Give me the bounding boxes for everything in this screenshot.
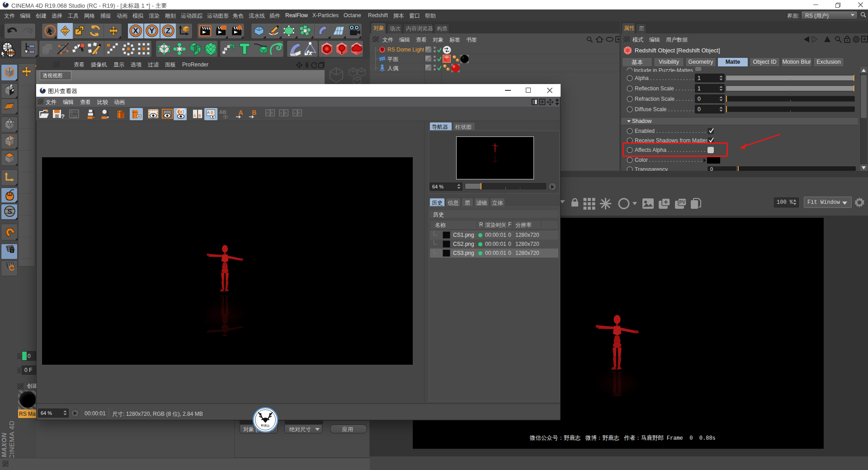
svg-text:野鹿志: 野鹿志	[261, 424, 270, 428]
svg-text:B: B	[284, 111, 287, 115]
svg-text:Y: Y	[149, 27, 155, 35]
svg-text:Z: Z	[166, 27, 170, 35]
svg-text:12: 12	[73, 114, 77, 118]
svg-text:?: ?	[61, 113, 65, 120]
svg-text:A: A	[293, 111, 296, 115]
svg-text:B: B	[298, 111, 301, 115]
svg-text:B: B	[211, 110, 213, 115]
svg-text:B: B	[198, 113, 201, 118]
svg-text:A: A	[207, 110, 210, 115]
svg-text:fx: fx	[307, 49, 313, 56]
svg-text:B: B	[271, 111, 274, 115]
svg-text:PV: PV	[679, 200, 685, 205]
svg-text:A: A	[193, 113, 196, 118]
svg-text:AB: AB	[219, 109, 226, 115]
svg-text:B: B	[252, 109, 256, 116]
svg-text:S: S	[7, 207, 12, 215]
svg-text:A: A	[238, 109, 243, 116]
svg-text:X: X	[133, 27, 138, 35]
svg-text:A: A	[280, 111, 283, 115]
svg-text:A: A	[266, 111, 269, 115]
